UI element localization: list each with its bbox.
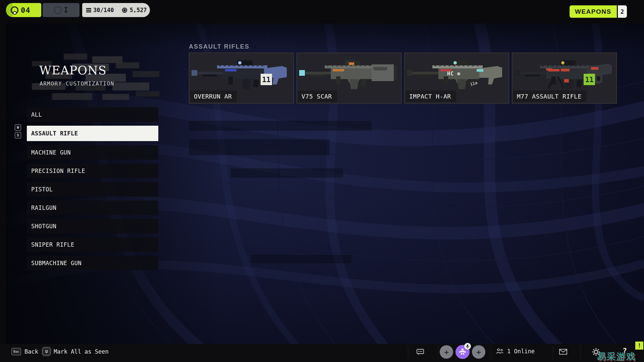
glitch-block (52, 93, 92, 100)
esc-key-icon: Esc (11, 348, 21, 355)
bar-divider (553, 346, 553, 360)
alert-badge: ! (635, 342, 643, 350)
weapon-name-label: V75 SCAR (298, 90, 337, 102)
sidebar-item-assault-rifle[interactable]: ASSAULT RIFLE (27, 126, 158, 141)
mic-icon (466, 344, 469, 349)
sidebar-item-all[interactable]: ALL (27, 107, 158, 122)
weapons-tab-label: WEAPONS (570, 5, 617, 18)
bottom-bar: Esc Back U Mark All as Seen (0, 344, 644, 362)
weapon-image: 11 (191, 54, 291, 93)
bar-divider (580, 346, 581, 360)
sidebar-item-railgun[interactable]: RAILGUN (27, 200, 158, 215)
resources-bar: 30/140 5,527 (82, 3, 150, 17)
sidebar-item-sniper-rifle[interactable]: SNIPER RIFLE (27, 237, 158, 252)
glitch-decoration (32, 54, 164, 102)
weapon-image: 11 (514, 54, 614, 93)
back-button[interactable]: Esc Back (11, 348, 38, 355)
sidebar-item-label: MACHINE GUN (31, 149, 71, 156)
sidebar-item-machine-gun[interactable]: MACHINE GUN (27, 145, 158, 160)
weapon-card-v75-scar[interactable]: V75 SCAR (297, 53, 401, 104)
navigation-key-hints: W S (15, 124, 21, 138)
weapon-card-impact-h-ar[interactable]: HC ⊕11aIMPACT H-AR (404, 53, 509, 104)
weapon-name-label: IMPACT H-AR (406, 90, 456, 102)
mark-all-seen-label: Mark All as Seen (54, 348, 109, 355)
sidebar-item-label: SHOTGUN (31, 223, 56, 230)
svg-text:11: 11 (262, 76, 270, 84)
u-key-icon: U (43, 348, 50, 355)
invite-right-button[interactable]: + (472, 345, 485, 359)
online-count-label: 1 Online (507, 348, 535, 355)
sidebar-item-shotgun[interactable]: SHOTGUN (27, 219, 158, 233)
currency-coin-icon (122, 7, 127, 13)
svg-text:HC ⊕: HC ⊕ (447, 71, 461, 77)
key-w-icon: W (15, 124, 21, 131)
game-logo-icon (11, 6, 18, 14)
glitch-block (116, 62, 139, 68)
category-list: ALLASSAULT RIFLEMACHINE GUNPRECISION RIF… (27, 107, 158, 270)
sidebar-item-pistol[interactable]: PISTOL (27, 182, 158, 196)
weapon-card-overrun-ar[interactable]: 11OVERRUN AR (189, 53, 294, 104)
weapon-image: HC ⊕11a (406, 54, 507, 93)
weapon-name-label: OVERRUN AR (190, 90, 237, 102)
glitch-strip (189, 139, 330, 155)
voice-mic-badge[interactable] (464, 343, 471, 350)
sidebar-item-label: PISTOL (31, 186, 53, 193)
sidebar-item-submachine-gun[interactable]: SUBMACHINE GUN (27, 256, 158, 270)
currency-display: 5,527 (118, 3, 151, 17)
page-title: WEAPONS (39, 64, 107, 77)
svg-text:11: 11 (585, 76, 593, 84)
weapons-tab-count: 2 (618, 5, 627, 18)
chat-bubble-icon (417, 349, 424, 355)
invite-left-button[interactable]: + (440, 345, 453, 359)
glitch-strip (231, 168, 343, 178)
sidebar-item-label: SNIPER RIFLE (31, 241, 74, 248)
weapons-armory-screen: 04 I 30/140 5,527 WEAPONS 2 WEAPONS ARMO… (0, 0, 644, 362)
weapons-tab-badge[interactable]: WEAPONS 2 (570, 5, 627, 18)
player-level-badge[interactable]: 04 (6, 3, 41, 17)
key-s-icon: S (15, 132, 21, 138)
rank-badge[interactable]: I (43, 3, 79, 17)
sidebar-item-label: ALL (31, 111, 42, 118)
bar-divider (408, 346, 408, 360)
glitch-strip (189, 121, 372, 131)
rank-numeral: I (64, 6, 68, 14)
battlepass-value: 30/140 (93, 7, 114, 13)
sidebar-item-precision-rifle[interactable]: PRECISION RIFLE (27, 164, 158, 178)
weapon-cards-row: 11OVERRUN ARV75 SCARHC ⊕11aIMPACT H-AR11… (189, 53, 617, 104)
rank-ring-icon (54, 6, 62, 14)
mail-icon (559, 349, 567, 355)
weapon-card-m77-assault-rifle[interactable]: 11M77 ASSAULT RIFLE (512, 53, 617, 104)
sidebar-item-label: RAILGUN (31, 204, 56, 211)
online-players-icon (496, 348, 504, 354)
glitch-block (64, 54, 87, 60)
currency-value: 5,527 (129, 7, 147, 13)
back-label: Back (24, 348, 38, 355)
battlepass-icon (86, 8, 91, 12)
player-level-value: 04 (21, 6, 31, 14)
sidebar-item-label: ASSAULT RIFLE (31, 130, 78, 137)
weapon-name-label: M77 ASSAULT RIFLE (513, 90, 587, 102)
section-title: ASSAULT RIFLES (189, 43, 250, 50)
sidebar-item-label: SUBMACHINE GUN (31, 260, 82, 266)
mail-button[interactable] (559, 349, 567, 355)
mark-all-seen-button[interactable]: U Mark All as Seen (43, 348, 109, 355)
online-status: 1 Online (496, 348, 535, 355)
glitch-block (112, 82, 149, 90)
watermark: 易采游戏网 (597, 351, 644, 362)
bar-divider (491, 346, 491, 360)
weapon-image (299, 54, 399, 93)
chat-button[interactable] (417, 349, 424, 355)
glitch-strip (251, 255, 352, 263)
sidebar-item-label: PRECISION RIFLE (31, 168, 85, 174)
battlepass-progress: 30/140 (82, 3, 118, 17)
glitch-block (132, 71, 159, 77)
glitch-block (102, 94, 129, 100)
glitch-block (136, 91, 159, 97)
bar-divider (438, 346, 438, 360)
page-subtitle: ARMORY CUSTOMIZATION (40, 80, 114, 87)
glitch-block (92, 56, 122, 63)
